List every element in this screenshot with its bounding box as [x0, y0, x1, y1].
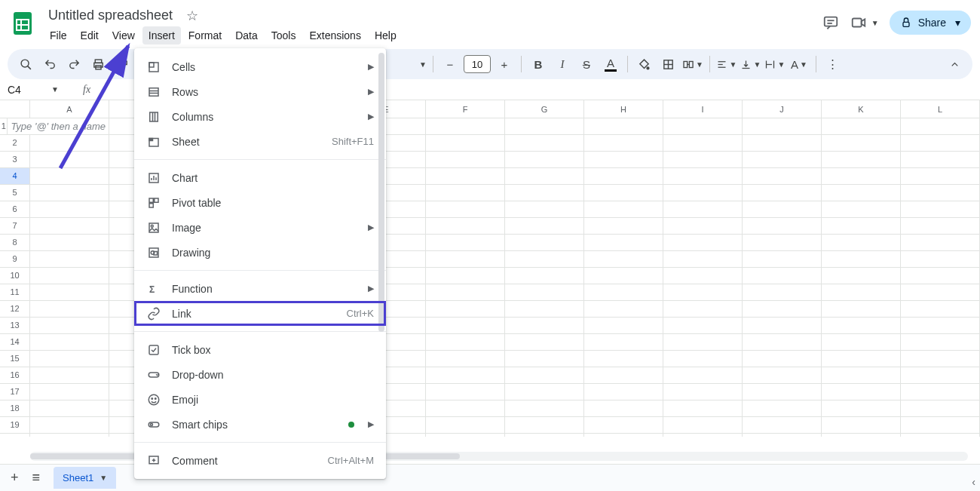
cell[interactable] — [743, 268, 822, 284]
cell[interactable] — [822, 434, 901, 437]
cell[interactable] — [30, 434, 109, 437]
add-sheet-icon[interactable]: + — [11, 470, 19, 486]
cell[interactable] — [505, 384, 584, 400]
row-header[interactable]: 3 — [0, 152, 30, 168]
cell[interactable] — [426, 235, 505, 251]
cell[interactable] — [743, 301, 822, 318]
cell[interactable] — [743, 284, 822, 301]
cell[interactable] — [901, 168, 980, 185]
cell[interactable] — [822, 268, 901, 284]
cell[interactable] — [584, 185, 663, 201]
cell[interactable] — [822, 168, 901, 185]
cell[interactable] — [505, 168, 584, 185]
cell[interactable] — [663, 400, 743, 417]
cell[interactable] — [505, 268, 584, 284]
fill-color-icon[interactable] — [634, 54, 655, 75]
cell[interactable] — [901, 318, 980, 334]
cell[interactable] — [663, 334, 743, 351]
cell[interactable] — [822, 251, 901, 268]
cell[interactable] — [822, 301, 901, 318]
cell[interactable] — [663, 417, 743, 434]
cell[interactable] — [30, 334, 109, 351]
increase-font-icon[interactable]: + — [494, 54, 515, 75]
row-header[interactable]: 2 — [0, 135, 30, 152]
cell[interactable] — [426, 351, 505, 367]
cell[interactable] — [822, 201, 901, 218]
cell[interactable] — [743, 118, 822, 135]
cell[interactable] — [901, 268, 980, 284]
cell[interactable] — [584, 334, 663, 351]
column-header[interactable]: J — [743, 100, 822, 118]
cell[interactable] — [426, 400, 505, 417]
cell[interactable] — [663, 367, 743, 384]
cell[interactable] — [505, 301, 584, 318]
cell[interactable] — [822, 284, 901, 301]
cell[interactable] — [426, 301, 505, 318]
cell[interactable] — [30, 301, 109, 318]
sheets-logo[interactable] — [9, 9, 36, 36]
cell[interactable] — [426, 334, 505, 351]
cell[interactable] — [901, 434, 980, 437]
menu-item-drop-down[interactable]: Drop-down — [134, 362, 386, 387]
explore-chevron[interactable]: ‹ — [972, 476, 975, 488]
menu-insert[interactable]: Insert — [142, 26, 181, 44]
cell[interactable] — [663, 301, 743, 318]
cell[interactable] — [584, 284, 663, 301]
cell[interactable] — [663, 384, 743, 400]
cell[interactable] — [663, 118, 743, 135]
cell[interactable] — [663, 218, 743, 235]
cell[interactable] — [505, 235, 584, 251]
cell[interactable] — [426, 268, 505, 284]
cell[interactable] — [426, 118, 505, 135]
row-header[interactable]: 1 — [0, 118, 8, 135]
text-color-icon[interactable]: A — [600, 54, 621, 75]
row-header[interactable]: 5 — [0, 185, 30, 201]
cell[interactable] — [822, 135, 901, 152]
row-header[interactable]: 12 — [0, 301, 30, 318]
menu-item-sheet[interactable]: SheetShift+F11 — [134, 129, 386, 154]
cell[interactable] — [584, 400, 663, 417]
cell[interactable] — [30, 235, 109, 251]
cell[interactable] — [901, 235, 980, 251]
text-rotation-icon[interactable]: A▼ — [789, 54, 810, 75]
cell[interactable] — [30, 318, 109, 334]
cell[interactable] — [505, 400, 584, 417]
cell[interactable] — [901, 334, 980, 351]
menu-help[interactable]: Help — [369, 26, 403, 44]
cell[interactable] — [584, 351, 663, 367]
cell[interactable] — [822, 351, 901, 367]
cell[interactable] — [584, 434, 663, 437]
comments-history-icon[interactable] — [822, 14, 840, 32]
cell[interactable] — [743, 201, 822, 218]
cell[interactable] — [584, 268, 663, 284]
cell[interactable] — [822, 417, 901, 434]
more-toolbar-icon[interactable]: ⋮ — [822, 54, 844, 75]
cell[interactable] — [30, 251, 109, 268]
cell[interactable] — [743, 168, 822, 185]
cell[interactable] — [822, 367, 901, 384]
menu-data[interactable]: Data — [229, 26, 264, 44]
share-button[interactable]: Share ▾ — [890, 11, 971, 35]
menu-tools[interactable]: Tools — [265, 26, 302, 44]
cell[interactable] — [663, 268, 743, 284]
cell[interactable] — [505, 284, 584, 301]
cell[interactable] — [663, 152, 743, 168]
cell[interactable] — [743, 417, 822, 434]
row-header[interactable]: 11 — [0, 284, 30, 301]
caret-down-icon[interactable]: ▼ — [419, 60, 427, 69]
cell[interactable] — [822, 318, 901, 334]
print-icon[interactable] — [87, 54, 109, 75]
cell[interactable] — [505, 118, 584, 135]
cell[interactable] — [743, 367, 822, 384]
cell[interactable] — [30, 400, 109, 417]
cell[interactable] — [901, 417, 980, 434]
cell[interactable] — [743, 251, 822, 268]
cell[interactable] — [505, 417, 584, 434]
cell[interactable] — [30, 218, 109, 235]
cell[interactable] — [584, 318, 663, 334]
bold-icon[interactable]: B — [528, 54, 549, 75]
row-header[interactable]: 14 — [0, 334, 30, 351]
menu-item-cells[interactable]: Cells▶ — [134, 54, 386, 79]
cell[interactable] — [505, 201, 584, 218]
cell[interactable] — [505, 152, 584, 168]
